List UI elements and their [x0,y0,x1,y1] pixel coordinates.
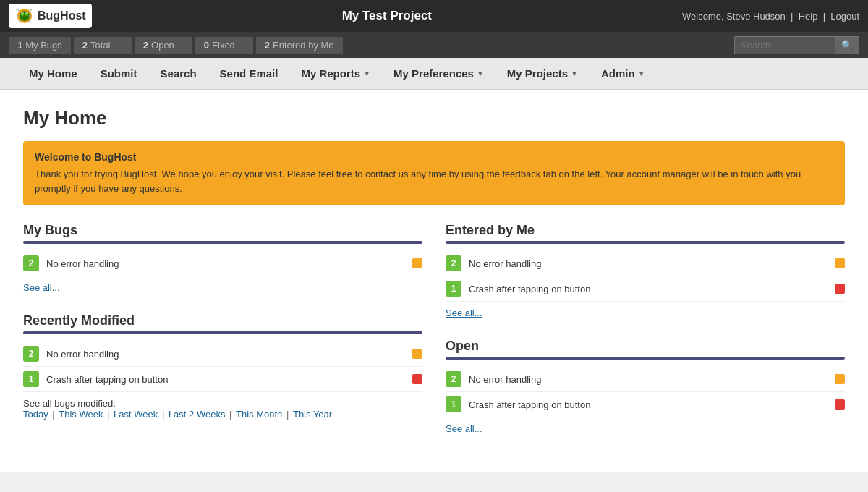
nav-bar: My Home Submit Search Send Email My Repo… [0,58,868,90]
nav-my-projects[interactable]: My Projects ▼ [495,59,590,88]
see-all-label: See all bugs modified: [23,398,116,409]
table-row: 1 Crash after tapping on button [23,367,422,392]
filter-this-year[interactable]: This Year [293,409,332,420]
search-container: 🔍 [734,36,859,54]
my-reports-arrow-icon: ▼ [363,69,370,77]
section-my-bugs: My Bugs 2 No error handling See all... [23,223,422,293]
section-open: Open 2 No error handling 1 Crash after t… [446,339,845,434]
columns: My Bugs 2 No error handling See all... R… [23,223,845,454]
bug-id-badge: 1 [23,371,39,387]
priority-indicator [835,284,845,294]
section-open-title: Open [446,339,845,354]
stat-fixed-num: 0 [204,40,209,51]
stat-total[interactable]: 2 Total [74,37,132,54]
table-row: 2 No error handling [446,367,845,392]
section-recently-modified-title: Recently Modified [23,313,422,328]
stat-my-bugs-label: My Bugs [25,40,62,51]
entered-by-me-see-all[interactable]: See all... [446,308,845,318]
filter-this-week[interactable]: This Week [59,409,103,420]
help-link[interactable]: Help [799,11,818,22]
stat-my-bugs-num: 1 [17,40,22,51]
bug-id-badge: 1 [446,396,461,412]
svg-point-7 [26,12,27,13]
right-column: Entered by Me 2 No error handling 1 Cras… [446,223,845,454]
table-row: 2 No error handling [446,251,845,276]
modified-links: See all bugs modified: Today | This Week… [23,398,422,420]
project-title: My Test Project [92,9,682,23]
section-recently-modified-divider [23,331,422,334]
user-greeting: Welcome, Steve Hudson [682,11,786,22]
stat-total-label: Total [90,40,110,51]
welcome-text: Thank you for trying BugHost. We hope yo… [35,167,833,195]
top-bar: BugHost My Test Project Welcome, Steve H… [0,0,868,32]
bug-title: No error handling [469,374,827,385]
admin-arrow-icon: ▼ [638,69,645,77]
stat-my-bugs[interactable]: 1 My Bugs [9,37,71,54]
table-row: 1 Crash after tapping on button [446,276,845,302]
section-my-bugs-title: My Bugs [23,223,422,238]
welcome-banner: Welcome to BugHost Thank you for trying … [23,141,845,205]
stat-open-num: 2 [143,40,148,51]
bug-title: No error handling [469,258,827,269]
left-column: My Bugs 2 No error handling See all... R… [23,223,422,454]
stat-total-num: 2 [82,40,88,51]
main-content: My Home Welcome to BugHost Thank you for… [0,90,868,472]
stat-entered-num: 2 [265,40,270,51]
table-row: 1 Crash after tapping on button [446,392,845,417]
priority-indicator [412,349,422,359]
nav-my-home[interactable]: My Home [17,59,89,88]
filter-last-week[interactable]: Last Week [114,409,158,420]
open-see-all[interactable]: See all... [446,423,845,434]
stat-fixed[interactable]: 0 Fixed [195,37,253,54]
my-projects-arrow-icon: ▼ [571,69,578,77]
bug-title: No error handling [46,258,405,269]
section-recently-modified: Recently Modified 2 No error handling 1 … [23,313,422,420]
logout-link[interactable]: Logout [830,11,859,22]
bug-title: No error handling [46,349,405,360]
bug-title: Crash after tapping on button [469,284,827,294]
user-area: Welcome, Steve Hudson | Help | Logout [682,11,859,22]
filter-this-month[interactable]: This Month [236,409,282,420]
nav-search[interactable]: Search [149,59,208,88]
section-open-divider [446,357,845,360]
nav-admin[interactable]: Admin ▼ [590,59,657,88]
priority-indicator [835,258,845,268]
stats-bar: 1 My Bugs 2 Total 2 Open 0 Fixed 2 Enter… [0,32,868,58]
section-entered-by-me: Entered by Me 2 No error handling 1 Cras… [446,223,845,318]
search-button[interactable]: 🔍 [835,36,859,54]
stat-entered-by-me[interactable]: 2 Entered by Me [256,37,343,54]
logo-box: BugHost [9,4,92,28]
bug-id-badge: 2 [446,371,461,387]
filter-today[interactable]: Today [23,409,48,420]
bug-id-badge: 2 [23,255,39,271]
page-title: My Home [23,107,845,130]
search-input[interactable] [734,36,835,54]
stat-open[interactable]: 2 Open [135,37,192,54]
svg-point-6 [22,12,22,13]
section-entered-by-me-title: Entered by Me [446,223,845,238]
nav-submit[interactable]: Submit [89,59,149,88]
svg-point-1 [20,11,30,21]
logo-text: BugHost [38,9,86,22]
stat-open-label: Open [151,40,174,51]
stat-fixed-label: Fixed [212,40,235,51]
filter-last-2-weeks[interactable]: Last 2 Weeks [169,409,226,420]
table-row: 2 No error handling [23,251,422,276]
table-row: 2 No error handling [23,342,422,367]
section-entered-by-me-divider [446,241,845,244]
bug-logo-icon [14,6,35,26]
my-bugs-see-all[interactable]: See all... [23,282,422,293]
logo-area: BugHost [9,4,92,28]
bug-title: Crash after tapping on button [469,399,827,410]
nav-send-email[interactable]: Send Email [208,59,290,88]
priority-indicator [835,374,845,384]
welcome-heading: Welcome to BugHost [35,151,833,163]
priority-indicator [412,374,422,384]
priority-indicator [412,258,422,268]
nav-my-reports[interactable]: My Reports ▼ [289,59,382,88]
bug-id-badge: 2 [23,346,39,362]
my-preferences-arrow-icon: ▼ [477,69,484,77]
nav-my-preferences[interactable]: My Preferences ▼ [382,59,495,88]
priority-indicator [835,399,845,410]
bug-id-badge: 2 [446,255,461,271]
